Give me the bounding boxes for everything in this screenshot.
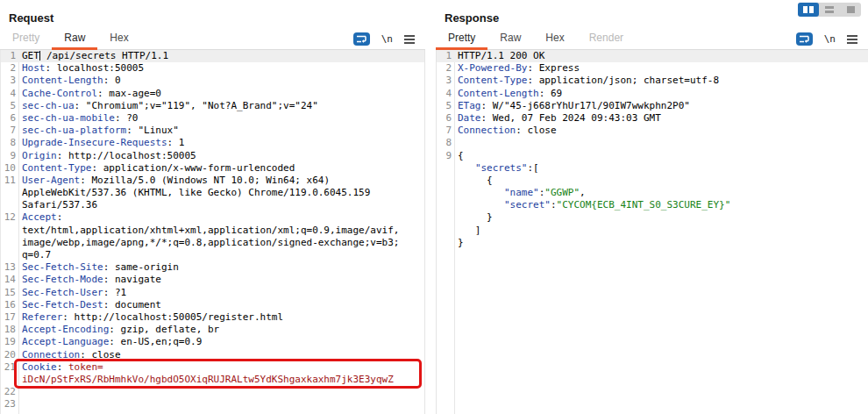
editor-row[interactable]: 23	[1, 398, 424, 410]
request-panel: Request Pretty Raw Hex \n	[0, 0, 425, 414]
request-editor[interactable]: 1GET /api/secrets HTTP/1.12Host: localho…	[0, 50, 425, 414]
editor-row[interactable]: 14Sec-Fetch-Mode: navigate	[1, 274, 424, 286]
response-editor[interactable]: 1HTTP/1.1 200 OK2X-Powered-By: Express3C…	[436, 50, 868, 414]
code-text: :	[80, 349, 91, 360]
split-columns-button[interactable]	[798, 3, 819, 17]
editor-row[interactable]: 5ETag: W/"45-j668rYhUr17l/90IW7wwkphn2P0…	[437, 100, 868, 112]
editor-row[interactable]: 7Connection: close	[437, 125, 868, 137]
editor-row[interactable]: 22	[1, 386, 424, 398]
editor-row[interactable]: 11User-Agent: Mozilla/5.0 (Windows NT 10…	[1, 175, 424, 187]
line-number	[437, 175, 452, 187]
tab-raw[interactable]: Raw	[52, 32, 97, 49]
response-rows: 1HTTP/1.1 200 OK2X-Powered-By: Express3C…	[437, 50, 868, 249]
editor-row[interactable]: 3Content-Length: 0	[1, 75, 424, 87]
editor-row[interactable]: 9{	[437, 150, 868, 162]
editor-row[interactable]: 17Referer: http://localhost:50005/regist…	[1, 311, 424, 324]
word-wrap-icon[interactable]	[353, 32, 370, 46]
code-text: sec-ch-ua-platform	[22, 125, 126, 136]
editor-row[interactable]: 5sec-ch-ua: "Chromium";v="119", "Not?A_B…	[1, 100, 424, 112]
editor-row[interactable]: 4Content-Length: 69	[437, 88, 868, 100]
editor-row[interactable]: iDcN/pStFxRS/RbHmhkVo/hgbdO5OXiqRUJRALtw…	[1, 374, 424, 386]
split-rows-button[interactable]	[819, 3, 840, 17]
editor-row[interactable]: 21Cookie: token=	[1, 361, 424, 374]
line-number: 3	[1, 75, 16, 87]
line-number: 7	[1, 125, 16, 137]
editor-row[interactable]: 10Content-Type: application/x-www-form-u…	[1, 162, 424, 175]
editor-row[interactable]: 8Upgrade-Insecure-Requests: 1	[1, 137, 424, 149]
single-pane-button[interactable]	[840, 3, 861, 17]
code-text: Express	[539, 62, 580, 74]
editor-row[interactable]: q=0.7	[1, 249, 424, 261]
tab-pretty[interactable]: Pretty	[436, 32, 487, 49]
code-text: User-Agent	[22, 175, 80, 186]
editor-row[interactable]: 8	[437, 137, 868, 149]
editor-row[interactable]: ]	[437, 225, 868, 237]
editor-row[interactable]: 13Sec-Fetch-Site: same-origin	[1, 261, 424, 274]
editor-row[interactable]: 9Origin: http://localhost:50005	[1, 150, 424, 162]
editor-row[interactable]: 2Host: localhost:50005	[1, 62, 424, 75]
line-number: 19	[1, 336, 16, 348]
editor-row[interactable]: "name":"GGWP",	[437, 187, 868, 199]
line-number: 9	[1, 150, 16, 162]
editor-row[interactable]: 16Sec-Fetch-Dest: document	[1, 299, 424, 311]
editor-row[interactable]: AppleWebKit/537.36 (KHTML, like Gecko) C…	[1, 187, 424, 199]
code-text: Sec-Fetch-Mode	[22, 274, 103, 285]
editor-row[interactable]: 12Accept:	[1, 211, 424, 224]
code-text: same-origin	[115, 261, 179, 273]
word-wrap-icon[interactable]	[796, 32, 813, 46]
line-number: 14	[1, 274, 16, 286]
line-number: 12	[1, 211, 16, 224]
line-number	[437, 187, 452, 199]
editor-row[interactable]: "secret":"CYCOM{ECB_4INT_S0_S3CURE_EY}"	[437, 199, 868, 211]
editor-row[interactable]: 7sec-ch-ua-platform: "Linux"	[1, 125, 424, 137]
editor-row[interactable]: {	[437, 175, 868, 187]
code-text: :	[97, 88, 109, 99]
tab-render[interactable]: Render	[577, 32, 636, 49]
code-text: 0	[115, 75, 121, 86]
editor-row[interactable]: 20Connection: close	[1, 349, 424, 361]
hamburger-menu-icon[interactable]	[847, 35, 857, 44]
code-text: gzip, deflate, br	[121, 324, 220, 335]
line-number: 20	[1, 349, 16, 361]
line-number: 2	[1, 62, 16, 75]
editor-row[interactable]: 18Accept-Encoding: gzip, deflate, br	[1, 324, 424, 336]
code-text: Content-Length	[458, 88, 539, 99]
line-number: 2	[437, 62, 452, 75]
line-number: 8	[437, 137, 452, 149]
show-newlines-icon[interactable]: \n	[824, 33, 836, 45]
code-text: "secrets"	[475, 162, 528, 174]
editor-row[interactable]: 6Date: Wed, 07 Feb 2024 09:43:03 GMT	[437, 112, 868, 125]
editor-row[interactable]: 3Content-Type: application/json; charset…	[437, 75, 868, 87]
tab-hex[interactable]: Hex	[533, 32, 576, 49]
editor-row[interactable]: image/webp,image/apng,*/*;q=0.8,applicat…	[1, 237, 424, 249]
editor-row[interactable]: 2X-Powered-By: Express	[437, 62, 868, 75]
code-text	[458, 187, 504, 198]
editor-row[interactable]: 15Sec-Fetch-User: ?1	[1, 287, 424, 299]
editor-row[interactable]: 1HTTP/1.1 200 OK	[437, 50, 868, 62]
code-text: }	[458, 211, 493, 223]
tab-hex[interactable]: Hex	[97, 32, 140, 49]
editor-row[interactable]: "secrets":[	[437, 162, 868, 175]
tab-pretty[interactable]: Pretty	[0, 32, 52, 49]
editor-row[interactable]: Safari/537.36	[1, 199, 424, 211]
code-text: :	[527, 75, 538, 86]
tab-raw[interactable]: Raw	[487, 32, 533, 49]
hamburger-menu-icon[interactable]	[404, 35, 415, 44]
editor-row[interactable]: 1GET /api/secrets HTTP/1.1	[1, 50, 424, 62]
code-text: }	[458, 237, 464, 248]
editor-row[interactable]: text/html,application/xhtml+xml,applicat…	[1, 225, 424, 237]
line-number: 8	[1, 137, 16, 149]
code-text: max-age=0	[109, 88, 161, 99]
editor-row[interactable]: }	[437, 211, 868, 224]
editor-row[interactable]: 4Cache-Control: max-age=0	[1, 88, 424, 100]
editor-row[interactable]: 19Accept-Language: en-US,en;q=0.9	[1, 336, 424, 348]
code-text: HTTP/1.1 200 OK	[458, 50, 544, 61]
show-newlines-icon[interactable]: \n	[381, 33, 393, 45]
line-number: 22	[1, 386, 16, 398]
code-text: :	[57, 211, 63, 223]
code-text: http://localhost:50005	[68, 150, 196, 161]
request-rows: 1GET /api/secrets HTTP/1.12Host: localho…	[1, 50, 424, 410]
line-number: 7	[437, 125, 452, 137]
editor-row[interactable]: 6sec-ch-ua-mobile: ?0	[1, 112, 424, 125]
editor-row[interactable]: }	[437, 237, 868, 249]
